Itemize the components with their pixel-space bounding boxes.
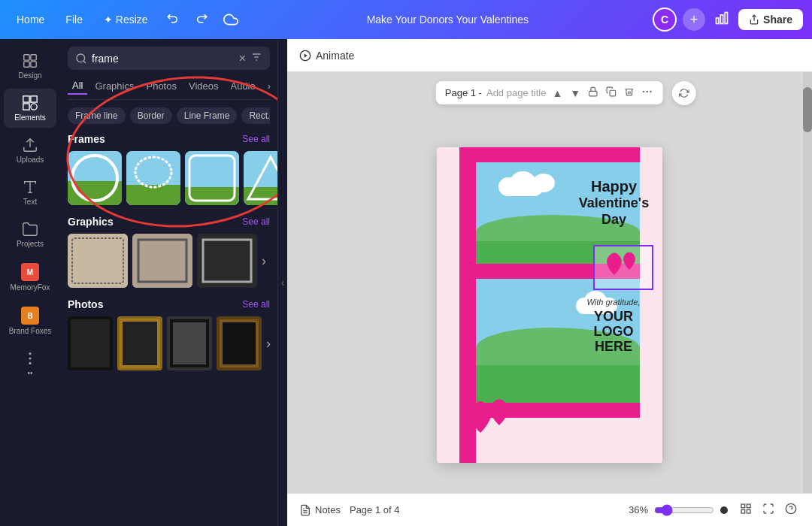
tab-audio[interactable]: Audio [226, 78, 259, 94]
svg-rect-36 [68, 234, 128, 288]
file-nav-btn[interactable]: File [58, 10, 90, 29]
design-label: Design [18, 71, 41, 80]
sidebar-item-brandfoxes[interactable]: B Brand Foxes [4, 301, 56, 341]
tab-more[interactable]: › [263, 78, 275, 94]
tab-videos[interactable]: Videos [184, 78, 223, 94]
chip-rect[interactable]: Rect... [241, 107, 270, 124]
photos-next-btn[interactable]: › [266, 336, 271, 352]
svg-rect-7 [31, 62, 36, 67]
logo-line3: HERE [576, 340, 651, 355]
svg-rect-43 [71, 319, 110, 367]
notes-btn[interactable]: Notes [299, 504, 341, 516]
notes-label: Notes [315, 504, 341, 515]
page-refresh-btn[interactable] [672, 81, 696, 105]
zoom-label: 36% [629, 504, 648, 515]
share-button[interactable]: Share [738, 9, 803, 30]
frames-see-all-btn[interactable]: See all [242, 134, 270, 144]
photos-see-all-btn[interactable]: See all [242, 299, 270, 310]
redo-icon [195, 13, 208, 26]
sidebar-item-text[interactable]: Text [4, 173, 56, 212]
user-avatar[interactable]: C [653, 8, 677, 32]
sidebar-item-memoryfox[interactable]: M MemoryFox [4, 257, 56, 298]
hearts-decoration [465, 388, 518, 448]
card-valentines: Valentine's [574, 195, 653, 212]
text-icon [22, 179, 38, 195]
filter-btn[interactable] [250, 51, 262, 65]
frame-thumb-rounded[interactable] [185, 151, 239, 205]
animate-icon [299, 50, 311, 62]
graphic-sketch1-preview [68, 234, 128, 288]
photo-thumb-2[interactable] [117, 316, 162, 370]
photo-4-preview [217, 316, 262, 370]
sidebar-item-uploads[interactable]: Uploads [4, 131, 56, 170]
frame-thumb-triangle[interactable] [244, 151, 278, 205]
nav-right-actions: C + Share [653, 8, 803, 32]
svg-rect-9 [31, 96, 37, 102]
sidebar-icons: Design Elements Uploads Text Projects M … [0, 39, 60, 526]
hearts-icon-box[interactable] [593, 245, 653, 290]
add-collaborator-btn[interactable]: + [683, 8, 705, 31]
svg-rect-52 [223, 322, 256, 364]
svg-rect-10 [23, 104, 29, 110]
svg-point-17 [29, 363, 31, 364]
analytics-icon[interactable] [711, 8, 732, 32]
page-title-placeholder[interactable]: Add page title [486, 87, 547, 98]
chip-frame-line[interactable]: Frame line [68, 107, 126, 124]
frames-title: Frames [68, 133, 105, 145]
animate-btn[interactable]: Animate [299, 50, 354, 62]
chip-line-frame[interactable]: Line Frame [177, 107, 238, 124]
cloud-save-btn[interactable] [219, 8, 243, 32]
page-down-btn[interactable]: ▼ [568, 86, 582, 101]
fullscreen-btn[interactable] [759, 500, 777, 521]
home-nav-btn[interactable]: Home [9, 10, 52, 29]
refresh-icon [679, 88, 689, 98]
tab-photos[interactable]: Photos [141, 78, 180, 94]
graphic-thumb-blackframe[interactable] [197, 234, 257, 288]
undo-icon [166, 13, 180, 26]
sidebar-item-projects[interactable]: Projects [4, 215, 56, 254]
canvas-scrollbar[interactable] [803, 72, 812, 493]
svg-rect-6 [24, 62, 29, 67]
sidebar-item-more[interactable]: •• [4, 344, 56, 383]
help-btn[interactable] [782, 500, 800, 521]
chip-border[interactable]: Border [130, 107, 172, 124]
canvas-toolbar: Animate [287, 39, 812, 72]
graphics-see-all-btn[interactable]: See all [242, 216, 270, 227]
sidebar-item-elements[interactable]: Elements [4, 89, 56, 128]
elements-label: Elements [14, 113, 46, 122]
grid-view-btn[interactable] [737, 500, 755, 521]
panel-collapse-handle[interactable]: ‹ [278, 39, 287, 526]
frame-triangle-preview [244, 151, 278, 205]
graphics-next-btn[interactable]: › [262, 253, 266, 269]
photo-thumb-3[interactable] [167, 316, 212, 370]
tab-all[interactable]: All [68, 77, 87, 95]
zoom-slider[interactable] [654, 504, 714, 516]
svg-rect-8 [23, 96, 29, 102]
page-up-btn[interactable]: ▲ [550, 86, 564, 101]
valentine-card[interactable]: Happy Valentine's Day With gratitude, YO… [437, 147, 662, 463]
resize-nav-btn[interactable]: ✦ Resize [96, 10, 156, 29]
canvas-viewport[interactable]: Page 1 - Add page title ▲ ▼ [287, 72, 812, 493]
undo-btn[interactable] [162, 8, 184, 31]
graphic-thumb-sketch2[interactable] [132, 234, 192, 288]
page-duplicate-btn[interactable] [604, 85, 618, 101]
frame-thumb-scallop[interactable] [126, 151, 180, 205]
frame-thumb-circle[interactable] [68, 151, 122, 205]
graphic-thumb-sketch1[interactable] [68, 234, 128, 288]
photos-grid: › [68, 316, 270, 370]
graphics-title: Graphics [68, 216, 114, 228]
clear-search-btn[interactable]: × [239, 52, 246, 65]
search-input[interactable] [92, 53, 235, 65]
photo-thumb-4[interactable] [217, 316, 262, 370]
page-delete-btn[interactable] [623, 85, 636, 101]
card-day: Day [574, 212, 653, 228]
page-more-btn[interactable] [641, 85, 654, 101]
tab-graphics[interactable]: Graphics [90, 78, 138, 94]
frame-rounded-preview [185, 151, 239, 205]
redo-btn[interactable] [190, 8, 213, 31]
svg-rect-0 [717, 18, 719, 24]
page-lock-btn[interactable] [586, 85, 600, 101]
canvas-scrollbar-thumb[interactable] [803, 87, 812, 132]
sidebar-item-design[interactable]: Design [4, 47, 56, 86]
photo-thumb-1[interactable] [68, 316, 113, 370]
